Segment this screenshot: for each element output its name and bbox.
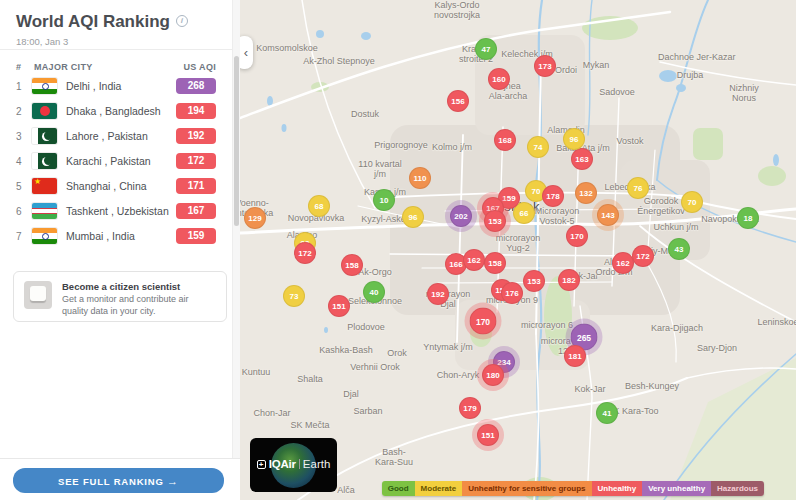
legend-item: Unhealthy: [592, 481, 643, 496]
ranking-row[interactable]: 3Lahore , Pakistan192: [0, 123, 232, 148]
aqi-marker[interactable]: 18: [737, 207, 759, 229]
aqi-marker[interactable]: 47: [475, 38, 497, 60]
aqi-marker[interactable]: 156: [447, 90, 469, 112]
aqi-marker[interactable]: 172: [632, 245, 654, 267]
aqi-marker[interactable]: 176: [501, 282, 523, 304]
rank-number: 3: [16, 130, 22, 141]
ranking-row[interactable]: 5Shanghai , China171: [0, 173, 232, 198]
aqi-marker[interactable]: 162: [612, 252, 634, 274]
ranking-row[interactable]: 4Karachi , Pakistan172: [0, 148, 232, 173]
city-name: Karachi , Pakistan: [66, 155, 151, 167]
bd-flag-icon: [32, 103, 57, 119]
aqi-marker[interactable]: 202: [450, 205, 472, 227]
aqi-marker[interactable]: 168: [494, 129, 516, 151]
map-place-label: Verhnii Orok: [350, 362, 400, 372]
iqair-plus-icon: +: [257, 460, 266, 469]
iqair-earth-wordmark: +IQAirEarth: [250, 458, 337, 470]
map-place-label: Leninskoe: [757, 317, 796, 327]
aqi-marker[interactable]: 181: [564, 345, 586, 367]
aqi-marker[interactable]: 153: [484, 210, 506, 232]
aqi-marker[interactable]: 70: [681, 191, 703, 213]
map-place-label: Dostuk: [351, 109, 379, 119]
ranking-row[interactable]: 1Delhi , India268: [0, 73, 232, 98]
aqi-marker[interactable]: 151: [477, 424, 499, 446]
map-place-label: Djal: [343, 389, 359, 399]
ranking-row[interactable]: 6Tashkent , Uzbekistan167: [0, 198, 232, 223]
aqi-legend: GoodModerateUnhealthy for sensitive grou…: [382, 481, 764, 496]
col-major-city: MAJOR CITY: [34, 62, 93, 72]
pk-flag-icon: [32, 128, 57, 144]
rank-number: 2: [16, 105, 22, 116]
citizen-scientist-card[interactable]: Become a citizen scientist Get a monitor…: [13, 271, 227, 322]
aqi-marker[interactable]: 170: [566, 225, 588, 247]
aqi-marker[interactable]: 170: [470, 308, 497, 335]
aqi-marker[interactable]: 10: [373, 189, 395, 211]
aqi-marker[interactable]: 158: [484, 252, 506, 274]
aqi-badge: 159: [176, 228, 216, 244]
aqi-marker[interactable]: 41: [596, 402, 618, 424]
aqi-marker[interactable]: 178: [542, 185, 564, 207]
map-place-label: Kok-Jar: [574, 384, 605, 394]
sidebar-scrollbar[interactable]: [232, 0, 240, 458]
in-flag-icon: [32, 228, 57, 244]
aqi-marker[interactable]: 132: [575, 182, 597, 204]
pk-flag-icon: [32, 153, 57, 169]
info-icon[interactable]: i: [176, 15, 188, 27]
aqi-marker[interactable]: 43: [668, 238, 690, 260]
city-name: Dhaka , Bangladesh: [66, 105, 161, 117]
ranking-sidebar: World AQI Rankingi 18:00, Jan 3 # MAJOR …: [0, 0, 240, 500]
map-place-label: Bash-Kara-Suu: [375, 447, 413, 467]
aqi-marker[interactable]: 73: [283, 285, 305, 307]
aqi-marker[interactable]: 162: [463, 249, 485, 271]
map-place-label: Sadovoe: [599, 87, 635, 97]
aqi-marker[interactable]: 151: [328, 295, 350, 317]
legend-item: Good: [382, 481, 415, 496]
aqi-marker[interactable]: 180: [482, 364, 504, 386]
aqi-marker[interactable]: 192: [427, 283, 449, 305]
map-place-label: Yntymak j/m: [423, 342, 473, 352]
collapse-sidebar-button[interactable]: ‹: [240, 36, 253, 69]
legend-item: Unhealthy for sensitive groups: [462, 481, 591, 496]
aqi-marker[interactable]: 163: [571, 148, 593, 170]
aqi-marker[interactable]: 172: [294, 242, 316, 264]
aqi-marker[interactable]: 96: [563, 128, 585, 150]
aqi-marker[interactable]: 74: [527, 136, 549, 158]
map-place-label: Kolmo j/m: [432, 142, 472, 152]
map-place-label: Kuntuu: [242, 367, 271, 377]
aqi-marker[interactable]: 179: [459, 397, 481, 419]
map-place-label: Kashka-Bash: [319, 345, 373, 355]
divider: [0, 49, 232, 50]
see-full-ranking-button[interactable]: SEE FULL RANKING →: [13, 468, 224, 493]
map-place-label: Shalta: [297, 374, 323, 384]
rank-number: 6: [16, 205, 22, 216]
aqi-marker[interactable]: 143: [597, 204, 619, 226]
aqi-marker[interactable]: 129: [244, 207, 266, 229]
aqi-marker[interactable]: 158: [341, 254, 363, 276]
aqi-marker[interactable]: 68: [308, 195, 330, 217]
aqi-marker[interactable]: 182: [558, 269, 580, 291]
aqi-map[interactable]: Kalys-OrdonovostrojkaKomsomolskoeAk-Zhol…: [240, 0, 796, 500]
aqi-badge: 192: [176, 128, 216, 144]
ranking-row[interactable]: 2Dhaka , Bangladesh194: [0, 98, 232, 123]
aqi-marker[interactable]: 76: [627, 177, 649, 199]
aqi-marker[interactable]: 96: [402, 206, 424, 228]
map-place-label: Plodovoe: [347, 322, 385, 332]
sidebar-footer: SEE FULL RANKING →: [0, 458, 240, 500]
chevron-left-icon: ‹: [244, 45, 248, 60]
map-place-label: microrayonYug-2: [496, 233, 541, 253]
aqi-marker[interactable]: 160: [488, 68, 510, 90]
map-place-label: Dachnoe: [658, 52, 694, 62]
aqi-marker[interactable]: 40: [363, 281, 385, 303]
legend-item: Very unhealthy: [642, 481, 711, 496]
scrollbar-thumb[interactable]: [234, 56, 239, 226]
iqair-earth-logo[interactable]: +IQAirEarth: [250, 438, 337, 492]
aqi-marker[interactable]: 153: [523, 270, 545, 292]
map-place-label: Orok: [387, 348, 407, 358]
ranking-row[interactable]: 7Mumbai , India159: [0, 223, 232, 248]
cta-label: SEE FULL RANKING: [58, 476, 164, 487]
aqi-marker[interactable]: 173: [534, 55, 556, 77]
logo-divider: [299, 459, 300, 469]
monitor-device-icon: [24, 281, 52, 309]
ranking-timestamp: 18:00, Jan 3: [16, 36, 224, 47]
aqi-marker[interactable]: 110: [409, 167, 431, 189]
